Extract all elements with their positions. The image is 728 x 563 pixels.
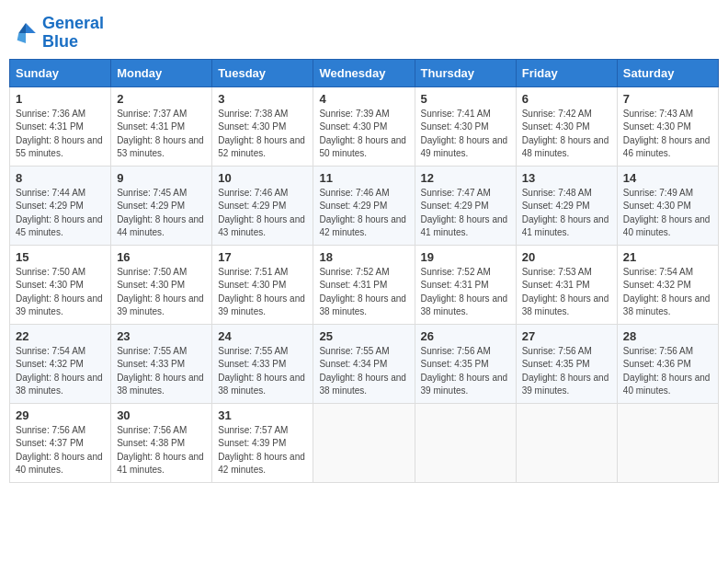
calendar-cell: 18 Sunrise: 7:52 AM Sunset: 4:31 PM Dayl… xyxy=(313,245,415,324)
day-number: 23 xyxy=(117,329,206,343)
calendar-cell: 24 Sunrise: 7:55 AM Sunset: 4:33 PM Dayl… xyxy=(212,324,313,403)
day-info: Sunrise: 7:36 AM Sunset: 4:31 PM Dayligh… xyxy=(16,108,105,161)
calendar-week-4: 22 Sunrise: 7:54 AM Sunset: 4:32 PM Dayl… xyxy=(10,324,719,403)
day-number: 14 xyxy=(623,171,712,185)
day-number: 29 xyxy=(16,408,105,422)
calendar-cell xyxy=(313,403,415,482)
calendar-cell: 15 Sunrise: 7:50 AM Sunset: 4:30 PM Dayl… xyxy=(10,245,111,324)
day-info: Sunrise: 7:55 AM Sunset: 4:33 PM Dayligh… xyxy=(117,345,206,398)
calendar-cell: 9 Sunrise: 7:45 AM Sunset: 4:29 PM Dayli… xyxy=(111,166,212,245)
calendar-cell: 1 Sunrise: 7:36 AM Sunset: 4:31 PM Dayli… xyxy=(10,86,111,166)
day-number: 12 xyxy=(421,171,510,185)
day-info: Sunrise: 7:56 AM Sunset: 4:35 PM Dayligh… xyxy=(421,345,510,398)
day-info: Sunrise: 7:56 AM Sunset: 4:37 PM Dayligh… xyxy=(16,424,105,477)
weekday-header-friday: Friday xyxy=(516,59,617,86)
day-info: Sunrise: 7:56 AM Sunset: 4:35 PM Dayligh… xyxy=(522,345,611,398)
day-info: Sunrise: 7:38 AM Sunset: 4:30 PM Dayligh… xyxy=(218,108,307,161)
calendar-cell: 29 Sunrise: 7:56 AM Sunset: 4:37 PM Dayl… xyxy=(10,403,111,482)
day-number: 5 xyxy=(421,92,510,106)
calendar-cell: 26 Sunrise: 7:56 AM Sunset: 4:35 PM Dayl… xyxy=(415,324,516,403)
calendar-body: 1 Sunrise: 7:36 AM Sunset: 4:31 PM Dayli… xyxy=(10,86,719,482)
calendar-cell: 21 Sunrise: 7:54 AM Sunset: 4:32 PM Dayl… xyxy=(617,245,718,324)
calendar-cell: 17 Sunrise: 7:51 AM Sunset: 4:30 PM Dayl… xyxy=(212,245,313,324)
weekday-header-thursday: Thursday xyxy=(415,59,516,86)
day-number: 22 xyxy=(16,329,105,343)
day-info: Sunrise: 7:39 AM Sunset: 4:30 PM Dayligh… xyxy=(319,108,408,161)
day-number: 10 xyxy=(218,171,307,185)
day-info: Sunrise: 7:55 AM Sunset: 4:33 PM Dayligh… xyxy=(218,345,307,398)
day-info: Sunrise: 7:56 AM Sunset: 4:38 PM Dayligh… xyxy=(117,424,206,477)
day-number: 25 xyxy=(319,329,408,343)
day-info: Sunrise: 7:44 AM Sunset: 4:29 PM Dayligh… xyxy=(16,187,105,240)
calendar-cell: 22 Sunrise: 7:54 AM Sunset: 4:32 PM Dayl… xyxy=(10,324,111,403)
weekday-header-monday: Monday xyxy=(111,59,212,86)
day-info: Sunrise: 7:54 AM Sunset: 4:32 PM Dayligh… xyxy=(16,345,105,398)
calendar-cell: 11 Sunrise: 7:46 AM Sunset: 4:29 PM Dayl… xyxy=(313,166,415,245)
day-info: Sunrise: 7:55 AM Sunset: 4:34 PM Dayligh… xyxy=(319,345,408,398)
calendar-cell: 30 Sunrise: 7:56 AM Sunset: 4:38 PM Dayl… xyxy=(111,403,212,482)
day-number: 28 xyxy=(623,329,712,343)
day-number: 4 xyxy=(319,92,408,106)
day-number: 19 xyxy=(421,250,510,264)
day-info: Sunrise: 7:42 AM Sunset: 4:30 PM Dayligh… xyxy=(522,108,611,161)
day-info: Sunrise: 7:47 AM Sunset: 4:29 PM Dayligh… xyxy=(421,187,510,240)
day-number: 24 xyxy=(218,329,307,343)
day-number: 7 xyxy=(623,92,712,106)
day-info: Sunrise: 7:50 AM Sunset: 4:30 PM Dayligh… xyxy=(117,266,206,319)
day-info: Sunrise: 7:43 AM Sunset: 4:30 PM Dayligh… xyxy=(623,108,712,161)
day-number: 20 xyxy=(522,250,611,264)
weekday-header-saturday: Saturday xyxy=(617,59,718,86)
page-header: GeneralBlue xyxy=(9,9,719,52)
day-info: Sunrise: 7:56 AM Sunset: 4:36 PM Dayligh… xyxy=(623,345,712,398)
day-number: 11 xyxy=(319,171,408,185)
day-info: Sunrise: 7:49 AM Sunset: 4:30 PM Dayligh… xyxy=(623,187,712,240)
day-number: 13 xyxy=(522,171,611,185)
day-number: 1 xyxy=(16,92,105,106)
day-number: 17 xyxy=(218,250,307,264)
day-number: 26 xyxy=(421,329,510,343)
calendar-cell: 25 Sunrise: 7:55 AM Sunset: 4:34 PM Dayl… xyxy=(313,324,415,403)
calendar-cell: 28 Sunrise: 7:56 AM Sunset: 4:36 PM Dayl… xyxy=(617,324,718,403)
calendar-table: SundayMondayTuesdayWednesdayThursdayFrid… xyxy=(9,59,719,483)
calendar-cell xyxy=(415,403,516,482)
logo-text: GeneralBlue xyxy=(42,15,104,52)
day-info: Sunrise: 7:52 AM Sunset: 4:31 PM Dayligh… xyxy=(319,266,408,319)
day-info: Sunrise: 7:48 AM Sunset: 4:29 PM Dayligh… xyxy=(522,187,611,240)
weekday-header-sunday: Sunday xyxy=(10,59,111,86)
day-number: 15 xyxy=(16,250,105,264)
day-number: 9 xyxy=(117,171,206,185)
calendar-header-row: SundayMondayTuesdayWednesdayThursdayFrid… xyxy=(10,59,719,86)
calendar-cell: 12 Sunrise: 7:47 AM Sunset: 4:29 PM Dayl… xyxy=(415,166,516,245)
calendar-cell: 20 Sunrise: 7:53 AM Sunset: 4:31 PM Dayl… xyxy=(516,245,617,324)
calendar-week-3: 15 Sunrise: 7:50 AM Sunset: 4:30 PM Dayl… xyxy=(10,245,719,324)
logo-icon xyxy=(13,20,39,46)
calendar-cell: 19 Sunrise: 7:52 AM Sunset: 4:31 PM Dayl… xyxy=(415,245,516,324)
calendar-cell: 13 Sunrise: 7:48 AM Sunset: 4:29 PM Dayl… xyxy=(516,166,617,245)
calendar-week-1: 1 Sunrise: 7:36 AM Sunset: 4:31 PM Dayli… xyxy=(10,86,719,166)
calendar-cell: 3 Sunrise: 7:38 AM Sunset: 4:30 PM Dayli… xyxy=(212,86,313,166)
day-info: Sunrise: 7:57 AM Sunset: 4:39 PM Dayligh… xyxy=(218,424,307,477)
day-number: 8 xyxy=(16,171,105,185)
weekday-header-tuesday: Tuesday xyxy=(212,59,313,86)
day-number: 2 xyxy=(117,92,206,106)
day-info: Sunrise: 7:53 AM Sunset: 4:31 PM Dayligh… xyxy=(522,266,611,319)
day-info: Sunrise: 7:52 AM Sunset: 4:31 PM Dayligh… xyxy=(421,266,510,319)
day-number: 27 xyxy=(522,329,611,343)
calendar-week-2: 8 Sunrise: 7:44 AM Sunset: 4:29 PM Dayli… xyxy=(10,166,719,245)
calendar-cell: 16 Sunrise: 7:50 AM Sunset: 4:30 PM Dayl… xyxy=(111,245,212,324)
calendar-cell: 27 Sunrise: 7:56 AM Sunset: 4:35 PM Dayl… xyxy=(516,324,617,403)
day-number: 30 xyxy=(117,408,206,422)
day-info: Sunrise: 7:46 AM Sunset: 4:29 PM Dayligh… xyxy=(319,187,408,240)
day-number: 21 xyxy=(623,250,712,264)
calendar-cell: 23 Sunrise: 7:55 AM Sunset: 4:33 PM Dayl… xyxy=(111,324,212,403)
calendar-week-5: 29 Sunrise: 7:56 AM Sunset: 4:37 PM Dayl… xyxy=(10,403,719,482)
calendar-cell xyxy=(516,403,617,482)
day-info: Sunrise: 7:46 AM Sunset: 4:29 PM Dayligh… xyxy=(218,187,307,240)
day-number: 31 xyxy=(218,408,307,422)
day-number: 18 xyxy=(319,250,408,264)
day-number: 6 xyxy=(522,92,611,106)
calendar-cell: 6 Sunrise: 7:42 AM Sunset: 4:30 PM Dayli… xyxy=(516,86,617,166)
calendar-cell: 7 Sunrise: 7:43 AM Sunset: 4:30 PM Dayli… xyxy=(617,86,718,166)
day-number: 16 xyxy=(117,250,206,264)
calendar-cell: 10 Sunrise: 7:46 AM Sunset: 4:29 PM Dayl… xyxy=(212,166,313,245)
